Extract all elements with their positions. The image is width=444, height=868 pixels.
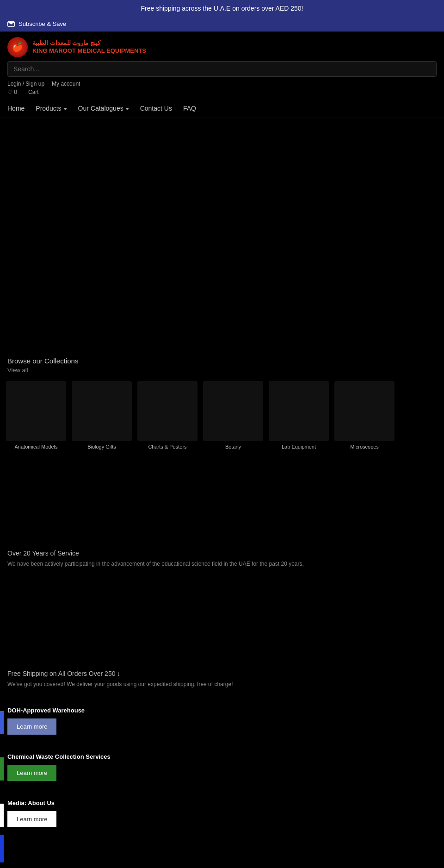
- nav-catalogues[interactable]: Our Catalogues: [78, 105, 129, 112]
- learn-more-button-1[interactable]: Learn more: [7, 765, 56, 781]
- collection-label-3: Botany: [201, 444, 265, 450]
- info-text-1: We've got you covered! We deliver your g…: [7, 680, 437, 688]
- catalogues-dropdown-icon: [125, 108, 129, 110]
- subscribe-bar: Subscribe & Save: [0, 17, 444, 31]
- collection-item-3[interactable]: Botany: [201, 381, 265, 450]
- collection-img-0: [6, 381, 66, 441]
- info-block-0: Over 20 Years of Service We have been ac…: [0, 457, 444, 577]
- green-strip-1: [0, 757, 4, 781]
- collection-item-4[interactable]: Lab Equipment: [266, 381, 331, 450]
- collection-label-4: Lab Equipment: [266, 444, 331, 450]
- collection-img-2: [137, 381, 197, 441]
- collection-label-1: Biology Gifts: [69, 444, 134, 450]
- top-banner: Free shipping across the U.A.E on orders…: [0, 0, 444, 17]
- learn-section-2: Media: About Us Learn more: [0, 796, 444, 868]
- collection-item-5[interactable]: Microscopes: [332, 381, 397, 450]
- info-title-0: Over 20 Years of Service: [7, 550, 437, 557]
- header-actions: Login / Sign up My account: [7, 81, 437, 87]
- nav-home[interactable]: Home: [7, 105, 25, 112]
- learn-title-1: Chemical Waste Collection Services: [7, 753, 111, 760]
- collection-img-5: [334, 381, 395, 441]
- learn-more-button-2[interactable]: Learn more: [7, 811, 56, 827]
- collection-img-4: [269, 381, 329, 441]
- learn-section-1: Chemical Waste Collection Services Learn…: [0, 749, 444, 796]
- feature-img-1: [7, 587, 437, 670]
- side-blue-strip: [0, 835, 4, 862]
- blue-strip-0: [0, 711, 4, 734]
- login-link[interactable]: Login / Sign up: [7, 81, 44, 87]
- wishlist-count[interactable]: ♡ 0: [7, 89, 17, 95]
- feature-img-0: [7, 466, 437, 550]
- logo-area: 🍎 كينج ماروت للمعدات الطبية KING MAROOT …: [7, 37, 437, 57]
- collection-label-2: Charts & Posters: [135, 444, 200, 450]
- collection-img-1: [72, 381, 132, 441]
- logo-english: KING MAROOT MEDICAL EQUIPMENTS: [32, 47, 146, 55]
- info-text-0: We have been actively participating in t…: [7, 560, 437, 568]
- learn-title-0: DOH-Approved Warehouse: [7, 707, 85, 714]
- collection-label-5: Microscopes: [332, 444, 397, 450]
- nav-faq[interactable]: FAQ: [183, 105, 196, 112]
- collection-img-3: [203, 381, 263, 441]
- nav: Home Products Our Catalogues Contact Us …: [0, 101, 444, 118]
- learn-more-button-0[interactable]: Learn more: [7, 718, 56, 735]
- top-banner-text: Free shipping across the U.A.E on orders…: [141, 5, 303, 12]
- header-secondary: ♡ 0 Cart: [7, 89, 437, 95]
- white-strip-2: [0, 804, 4, 827]
- learn-sections: DOH-Approved Warehouse Learn more Chemic…: [0, 698, 444, 868]
- nav-contact[interactable]: Contact Us: [140, 105, 172, 112]
- logo-icon: 🍎: [7, 37, 28, 57]
- info-block-1: Free Shipping on All Orders Over 250 ↓ W…: [0, 577, 444, 698]
- logo-arabic: كينج ماروت للمعدات الطبية: [32, 39, 146, 47]
- collection-item-2[interactable]: Charts & Posters: [135, 381, 200, 450]
- logo-text: كينج ماروت للمعدات الطبية KING MAROOT ME…: [32, 39, 146, 55]
- envelope-icon: [7, 21, 15, 27]
- search-input[interactable]: [7, 61, 437, 77]
- collections-row: Anatomical Models Biology Gifts Charts &…: [0, 381, 444, 457]
- my-account-link[interactable]: My account: [52, 81, 80, 87]
- collection-item-0[interactable]: Anatomical Models: [4, 381, 68, 450]
- subscribe-label[interactable]: Subscribe & Save: [18, 20, 66, 27]
- learn-section-0: DOH-Approved Warehouse Learn more: [0, 703, 444, 749]
- products-dropdown-icon: [63, 108, 67, 110]
- hero-section: [0, 118, 444, 350]
- view-all-link[interactable]: View all: [7, 367, 437, 374]
- collections-header: Browse our Collections View all: [0, 350, 444, 381]
- collection-label-0: Anatomical Models: [4, 444, 68, 450]
- collection-item-1[interactable]: Biology Gifts: [69, 381, 134, 450]
- header: 🍎 كينج ماروت للمعدات الطبية KING MAROOT …: [0, 31, 444, 101]
- collections-title: Browse our Collections: [7, 357, 437, 365]
- nav-products[interactable]: Products: [36, 105, 67, 112]
- cart-link[interactable]: Cart: [28, 89, 39, 95]
- info-title-1: Free Shipping on All Orders Over 250 ↓: [7, 670, 437, 677]
- learn-title-2: Media: About Us: [7, 799, 56, 806]
